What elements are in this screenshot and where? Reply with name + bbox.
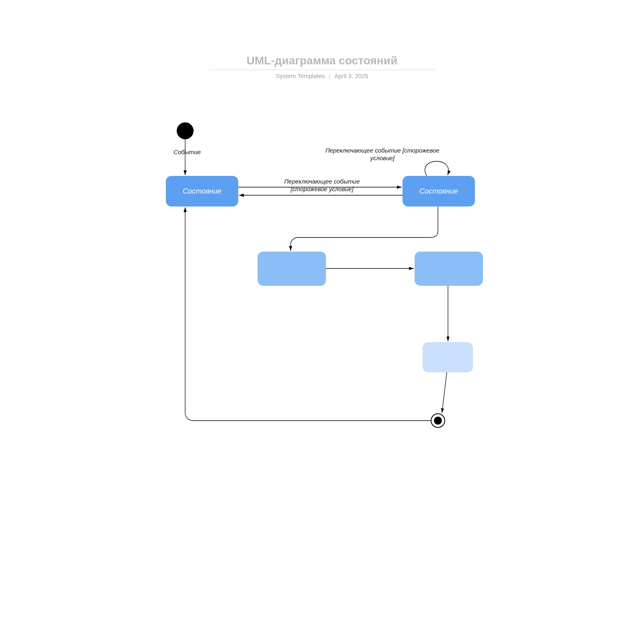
final-state-icon [431,414,445,427]
transition-label-top: Переключающее событие [сторожевое услови… [324,147,441,162]
svg-point-0 [434,417,442,425]
state-4[interactable] [415,252,483,286]
state-3[interactable] [258,252,326,286]
state-5[interactable] [423,342,473,372]
author-text: System Templates [276,72,325,79]
state-2-label: Состояние [419,187,458,196]
initial-state-icon [177,122,194,139]
date-text: April 3, 2025 [334,72,368,79]
diagram-canvas [0,0,644,644]
diagram-header: UML-диаграмма состояний System Templates… [209,54,435,79]
state-1-label: Состояние [183,187,221,196]
event-label: Событие [169,149,205,156]
diagram-subtitle: System Templates | April 3, 2025 [209,72,435,79]
separator: | [329,72,330,79]
state-1[interactable]: Состояние [166,176,238,206]
transition-label-bottom: Переключающее событие [сторожевое услови… [270,178,374,193]
diagram-title: UML-диаграмма состояний [209,54,435,70]
state-2[interactable]: Состояние [402,176,475,206]
